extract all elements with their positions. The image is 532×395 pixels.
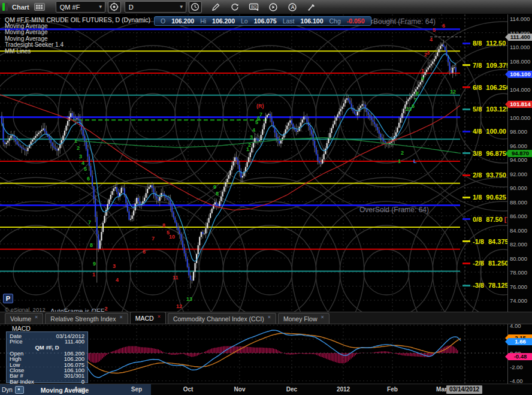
- candle-body[interactable]: [193, 272, 194, 281]
- candle-body[interactable]: [226, 179, 228, 182]
- candle-body[interactable]: [429, 65, 430, 67]
- candle-body[interactable]: [320, 163, 321, 164]
- candle-body[interactable]: [53, 146, 55, 148]
- candle-body[interactable]: [262, 129, 263, 135]
- candle-body[interactable]: [330, 133, 331, 138]
- candle-body[interactable]: [73, 116, 74, 119]
- candle-body[interactable]: [374, 122, 375, 124]
- candle-body[interactable]: [337, 114, 338, 117]
- candle-body[interactable]: [264, 123, 265, 129]
- candle-body[interactable]: [179, 230, 180, 234]
- candle-body[interactable]: [26, 150, 27, 151]
- candle-body[interactable]: [385, 141, 386, 143]
- candle-body[interactable]: [440, 46, 441, 49]
- candle-body[interactable]: [15, 138, 16, 141]
- candle-body[interactable]: [44, 129, 46, 132]
- candle-body[interactable]: [17, 141, 18, 144]
- candle-body[interactable]: [316, 147, 317, 154]
- candle-body[interactable]: [291, 120, 292, 124]
- candle-body[interactable]: [161, 193, 162, 197]
- candle-body[interactable]: [43, 129, 44, 130]
- candle-body[interactable]: [92, 176, 93, 186]
- candle-body[interactable]: [259, 140, 260, 141]
- candle-body[interactable]: [295, 130, 297, 132]
- candle-body[interactable]: [150, 185, 151, 187]
- candle-body[interactable]: [232, 161, 234, 165]
- candle-body[interactable]: [455, 67, 457, 72]
- candle-body[interactable]: [279, 141, 280, 143]
- candle-body[interactable]: [248, 157, 249, 162]
- candle-body[interactable]: [303, 116, 304, 119]
- candle-body[interactable]: [1, 116, 2, 123]
- candle-body[interactable]: [420, 82, 421, 85]
- candle-body[interactable]: [20, 146, 21, 147]
- candle-body[interactable]: [237, 159, 238, 165]
- candle-body[interactable]: [70, 113, 71, 117]
- candle-body[interactable]: [349, 101, 350, 104]
- candle-body[interactable]: [340, 109, 341, 111]
- candle-body[interactable]: [99, 240, 101, 249]
- candle-body[interactable]: [173, 212, 174, 218]
- candle-body[interactable]: [10, 135, 11, 138]
- candle-body[interactable]: [4, 142, 5, 144]
- candle-body[interactable]: [311, 130, 312, 134]
- eraser-icon[interactable]: [305, 1, 318, 13]
- candle-body[interactable]: [297, 131, 298, 131]
- candle-body[interactable]: [6, 143, 7, 144]
- candle-body[interactable]: [439, 49, 440, 53]
- symbol-search-icon[interactable]: [108, 1, 121, 13]
- candle-body[interactable]: [362, 104, 363, 106]
- candle-body[interactable]: [397, 128, 398, 132]
- macd-pane[interactable]: MACD Date03/14/2012Price111.400QM #F, DO…: [0, 324, 532, 384]
- candle-body[interactable]: [147, 189, 148, 193]
- candle-body[interactable]: [133, 210, 134, 215]
- candle-body[interactable]: [21, 147, 22, 148]
- candle-body[interactable]: [180, 234, 182, 240]
- candle-body[interactable]: [347, 98, 349, 101]
- candle-body[interactable]: [168, 199, 170, 200]
- price-axis[interactable]: 114.000112.000110.000108.000106.000104.0…: [507, 14, 532, 312]
- candle-body[interactable]: [418, 85, 419, 87]
- tab-volume[interactable]: Volume×: [5, 313, 43, 324]
- candle-body[interactable]: [152, 185, 153, 188]
- candle-body[interactable]: [276, 132, 277, 137]
- candle-body[interactable]: [309, 126, 310, 130]
- symbol-combo[interactable]: QM #F ▼: [56, 1, 105, 13]
- candle-body[interactable]: [211, 209, 213, 213]
- candle-body[interactable]: [170, 200, 171, 206]
- tab-macd[interactable]: MACD×: [130, 312, 166, 324]
- draw-pencil-icon[interactable]: [209, 1, 222, 13]
- candle-body[interactable]: [89, 156, 90, 166]
- candle-body[interactable]: [414, 92, 415, 94]
- candle-body[interactable]: [191, 280, 192, 281]
- candle-body[interactable]: [443, 44, 444, 47]
- candle-body[interactable]: [27, 148, 28, 151]
- moving-average-line[interactable]: [0, 95, 460, 210]
- candle-body[interactable]: [23, 148, 24, 149]
- candle-body[interactable]: [355, 114, 356, 116]
- price-chart-plot[interactable]: OverBought (Frame: 64)OverSold (Frame: 6…: [0, 14, 532, 312]
- candle-body[interactable]: [52, 143, 53, 146]
- candle-body[interactable]: [50, 140, 52, 143]
- candle-body[interactable]: [208, 218, 210, 223]
- candle-body[interactable]: [247, 162, 248, 167]
- candle-body[interactable]: [177, 227, 179, 230]
- candle-body[interactable]: [426, 70, 427, 72]
- candle-body[interactable]: [280, 140, 282, 143]
- candle-body[interactable]: [435, 56, 436, 59]
- candle-body[interactable]: [117, 192, 119, 197]
- candle-body[interactable]: [372, 120, 373, 122]
- candle-body[interactable]: [369, 115, 370, 118]
- candle-body[interactable]: [62, 135, 64, 140]
- candle-body[interactable]: [37, 134, 38, 136]
- candle-body[interactable]: [35, 136, 36, 138]
- candle-body[interactable]: [156, 196, 157, 198]
- candle-body[interactable]: [407, 99, 409, 101]
- candle-body[interactable]: [162, 193, 164, 194]
- candle-body[interactable]: [327, 143, 328, 149]
- candle-body[interactable]: [371, 118, 372, 120]
- candle-body[interactable]: [76, 119, 77, 120]
- study-label[interactable]: MM Lines: [5, 49, 150, 55]
- candle-body[interactable]: [265, 117, 266, 123]
- tab-close-icon[interactable]: ×: [268, 314, 271, 320]
